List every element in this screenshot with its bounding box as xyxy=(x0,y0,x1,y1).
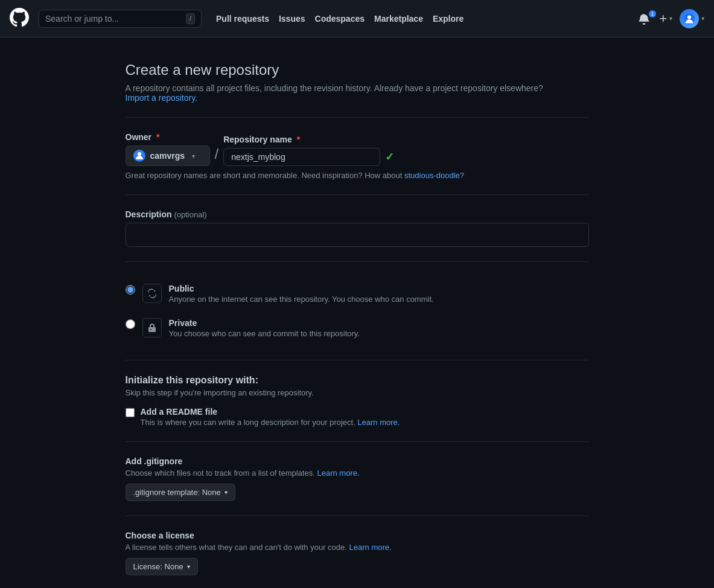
new-menu-button[interactable]: ▾ xyxy=(658,14,672,24)
navbar-links: Pull requests Issues Codespaces Marketpl… xyxy=(216,14,464,24)
readme-label: Add a README file xyxy=(141,407,400,417)
license-title: Choose a license xyxy=(126,531,589,540)
navbar: Search or jump to... / Pull requests Iss… xyxy=(0,0,714,37)
readme-description: This is where you can write a long descr… xyxy=(141,418,400,427)
nav-explore[interactable]: Explore xyxy=(433,14,464,24)
public-info: Public Anyone on the internet can see th… xyxy=(169,284,589,304)
description-label: Description (optional) xyxy=(126,209,589,219)
main-content: Create a new repository A repository con… xyxy=(116,37,599,588)
repo-name-required: * xyxy=(297,135,300,144)
navbar-right: 1 ▾ ▾ xyxy=(638,9,704,28)
initialize-section: Initialize this repository with: Skip th… xyxy=(126,375,589,427)
avatar-chevron: ▾ xyxy=(701,15,704,22)
license-description: A license tells others what they can and… xyxy=(126,543,589,552)
private-radio[interactable] xyxy=(126,319,135,329)
readme-checkbox[interactable] xyxy=(126,408,135,417)
user-avatar[interactable] xyxy=(680,9,699,28)
description-section: Description (optional) xyxy=(126,209,589,247)
suggestion-link[interactable]: studious-doodle xyxy=(404,171,460,180)
svg-point-1 xyxy=(687,15,691,19)
owner-repo-row: Owner * camvrgs ▾ / Repository name * ✓ xyxy=(126,132,589,166)
license-dropdown[interactable]: License: None ▾ xyxy=(126,558,198,575)
repo-name-field-wrapper: ✓ xyxy=(223,148,394,166)
readme-option: Add a README file This is where you can … xyxy=(126,407,589,427)
owner-select[interactable]: camvrgs ▾ xyxy=(126,145,210,166)
svg-point-2 xyxy=(138,152,141,156)
divider-gitignore xyxy=(126,441,589,442)
nav-codespaces[interactable]: Codespaces xyxy=(315,14,365,24)
repo-name-label: Repository name * xyxy=(223,135,394,144)
owner-name: camvrgs xyxy=(150,151,185,161)
public-icon xyxy=(142,284,162,303)
gitignore-learn-more[interactable]: Learn more. xyxy=(317,468,359,478)
divider-license xyxy=(126,516,589,516)
page-subtitle: A repository contains all project files,… xyxy=(126,83,589,103)
owner-chevron: ▾ xyxy=(192,153,195,159)
visibility-section: Public Anyone on the internet can see th… xyxy=(126,276,589,345)
page-title: Create a new repository xyxy=(126,62,589,78)
nav-marketplace[interactable]: Marketplace xyxy=(374,14,423,24)
readme-learn-more[interactable]: Learn more. xyxy=(357,418,400,427)
search-bar[interactable]: Search or jump to... / xyxy=(39,10,202,28)
new-menu-chevron: ▾ xyxy=(669,15,672,22)
repo-name-checkmark: ✓ xyxy=(385,150,394,164)
readme-info: Add a README file This is where you can … xyxy=(141,407,400,427)
private-description: You choose who can see and commit to thi… xyxy=(169,329,589,338)
public-title: Public xyxy=(169,284,589,293)
repo-name-hint: Great repository names are short and mem… xyxy=(126,171,589,180)
public-option[interactable]: Public Anyone on the internet can see th… xyxy=(126,276,589,311)
owner-group: Owner * camvrgs ▾ xyxy=(126,132,210,166)
gitignore-section: Add .gitignore Choose which files not to… xyxy=(126,456,589,501)
path-separator: / xyxy=(215,147,219,166)
search-shortcut: / xyxy=(186,13,195,24)
gitignore-chevron: ▾ xyxy=(225,489,228,496)
owner-avatar xyxy=(133,150,145,162)
initialize-title: Initialize this repository with: xyxy=(126,375,589,386)
import-link[interactable]: Import a repository. xyxy=(126,93,198,103)
gitignore-title: Add .gitignore xyxy=(126,456,589,466)
initialize-subtitle: Skip this step if you're importing an ex… xyxy=(126,388,589,397)
owner-required: * xyxy=(156,132,159,142)
divider-visibility xyxy=(126,261,589,262)
license-chevron: ▾ xyxy=(187,563,190,570)
divider-initialize xyxy=(126,360,589,360)
license-learn-more[interactable]: Learn more. xyxy=(349,543,392,552)
gitignore-description: Choose which files not to track from a l… xyxy=(126,468,589,478)
repo-name-input[interactable] xyxy=(223,148,380,166)
github-logo[interactable] xyxy=(10,8,29,29)
divider-description xyxy=(126,194,589,195)
private-icon xyxy=(142,318,162,337)
description-input[interactable] xyxy=(126,223,589,247)
divider-top xyxy=(126,117,589,118)
repo-name-group: Repository name * ✓ xyxy=(223,135,394,166)
optional-tag: (optional) xyxy=(174,210,206,219)
public-radio[interactable] xyxy=(126,285,135,295)
license-section: Choose a license A license tells others … xyxy=(126,531,589,575)
public-description: Anyone on the internet can see this repo… xyxy=(169,295,589,304)
private-title: Private xyxy=(169,318,589,328)
gitignore-dropdown[interactable]: .gitignore template: None ▾ xyxy=(126,484,235,501)
search-placeholder: Search or jump to... xyxy=(45,14,181,24)
owner-label: Owner * xyxy=(126,132,210,142)
notifications-button[interactable]: 1 xyxy=(638,13,651,25)
nav-issues[interactable]: Issues xyxy=(279,14,305,24)
private-option[interactable]: Private You choose who can see and commi… xyxy=(126,311,589,345)
nav-pull-requests[interactable]: Pull requests xyxy=(216,14,269,24)
private-info: Private You choose who can see and commi… xyxy=(169,318,589,338)
